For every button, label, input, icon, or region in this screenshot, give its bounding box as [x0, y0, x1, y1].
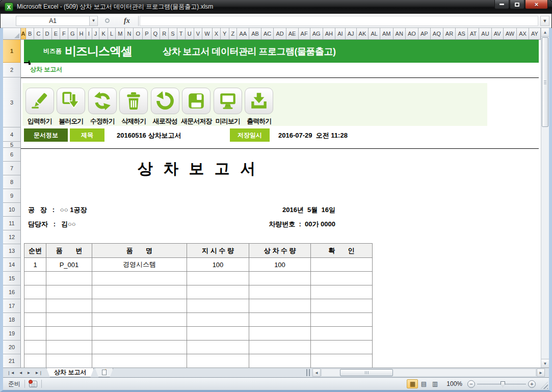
table-cell-1-5[interactable]	[311, 272, 373, 285]
column-header-AF[interactable]: AF	[299, 28, 310, 39]
table-cell-6-5[interactable]	[311, 341, 373, 354]
save-as-button[interactable]: 새문서저장	[181, 88, 213, 126]
table-cell-0-2[interactable]: 경영시스템	[92, 258, 187, 272]
column-header-Q[interactable]: Q	[151, 28, 161, 39]
table-cell-6-3[interactable]	[187, 341, 249, 354]
row-header-4[interactable]: 4	[3, 127, 20, 142]
table-cell-3-5[interactable]	[311, 299, 373, 313]
column-header-AJ[interactable]: AJ	[346, 28, 357, 39]
preview-button[interactable]: 미리보기	[212, 88, 244, 126]
edit-button[interactable]: 수정하기	[87, 88, 118, 126]
column-header-C[interactable]: C	[34, 28, 43, 39]
insert-worksheet-tab[interactable]: *	[95, 368, 113, 377]
table-cell-4-0[interactable]	[24, 313, 46, 327]
column-header-G[interactable]: G	[68, 28, 77, 39]
table-cell-2-3[interactable]	[187, 285, 249, 299]
minimize-button[interactable]	[494, 0, 509, 9]
zoom-slider-thumb[interactable]	[501, 381, 505, 387]
table-cell-4-3[interactable]	[187, 313, 249, 327]
name-box[interactable]: A1	[16, 16, 90, 26]
column-header-AS[interactable]: AS	[456, 28, 468, 39]
column-header-Z[interactable]: Z	[229, 28, 238, 39]
column-header-AD[interactable]: AD	[274, 28, 286, 39]
table-cell-7-3[interactable]	[187, 354, 249, 368]
table-cell-0-5[interactable]	[311, 258, 373, 272]
table-cell-0-3[interactable]: 100	[187, 258, 249, 272]
input-button[interactable]: 입력하기	[24, 88, 56, 126]
horizontal-scroll-thumb[interactable]	[340, 369, 393, 376]
table-cell-4-2[interactable]	[92, 313, 187, 327]
column-header-AK[interactable]: AK	[357, 28, 369, 39]
table-cell-7-2[interactable]	[92, 354, 187, 368]
table-cell-5-2[interactable]	[92, 327, 187, 341]
close-button[interactable]: ×	[525, 0, 548, 9]
column-header-AT[interactable]: AT	[468, 28, 479, 39]
row-header-20[interactable]: 20	[3, 341, 20, 354]
row-header-5[interactable]: 5	[3, 142, 20, 148]
table-cell-7-1[interactable]	[46, 354, 92, 368]
table-cell-3-1[interactable]	[46, 299, 92, 313]
table-cell-0-4[interactable]: 100	[249, 258, 311, 272]
zoom-slider[interactable]	[477, 384, 526, 384]
column-header-AG[interactable]: AG	[310, 28, 323, 39]
column-header-H[interactable]: H	[77, 28, 86, 39]
formula-input[interactable]	[140, 16, 538, 26]
view-normal-button[interactable]: ▦	[407, 379, 418, 388]
table-cell-6-4[interactable]	[249, 341, 311, 354]
prev-sheet-icon[interactable]: ◄	[17, 371, 25, 375]
table-cell-7-4[interactable]	[249, 354, 311, 368]
view-page-layout-button[interactable]: ▤	[418, 379, 429, 388]
column-header-AM[interactable]: AM	[380, 28, 393, 39]
table-cell-1-0[interactable]	[24, 272, 46, 285]
view-page-break-button[interactable]: ▥	[429, 379, 440, 388]
column-header-D[interactable]: D	[43, 28, 52, 39]
table-cell-1-1[interactable]	[46, 272, 92, 285]
formula-bar-expand[interactable]: ▼	[540, 16, 549, 26]
zoom-in-button[interactable]: +	[528, 380, 536, 388]
row-header-3[interactable]: 3	[3, 77, 20, 127]
row-header-11[interactable]: 11	[3, 217, 20, 230]
next-sheet-icon[interactable]: ►	[25, 371, 33, 375]
column-header-AN[interactable]: AN	[393, 28, 406, 39]
sheet-tab-active[interactable]: 상차 보고서	[46, 368, 94, 377]
row-header-15[interactable]: 15	[3, 272, 20, 285]
scroll-right-icon[interactable]: ►	[537, 369, 545, 377]
table-cell-2-2[interactable]	[92, 285, 187, 299]
table-cell-6-2[interactable]	[92, 341, 187, 354]
table-cell-6-1[interactable]	[46, 341, 92, 354]
table-cell-5-3[interactable]	[187, 327, 249, 341]
column-header-R[interactable]: R	[160, 28, 169, 39]
name-box-dropdown[interactable]: ▼	[90, 16, 98, 26]
a1-fill-handle[interactable]	[29, 63, 31, 65]
tab-split-handle[interactable]	[306, 369, 310, 376]
table-cell-1-4[interactable]	[249, 272, 311, 285]
row-header-1[interactable]: 1	[3, 40, 20, 63]
row-header-14[interactable]: 14	[3, 258, 20, 272]
table-cell-2-1[interactable]	[46, 285, 92, 299]
first-sheet-icon[interactable]: ❘◄	[5, 371, 17, 375]
column-header-A[interactable]: A	[21, 28, 26, 39]
table-cell-1-3[interactable]	[187, 272, 249, 285]
column-header-O[interactable]: O	[134, 28, 143, 39]
row-header-8[interactable]: 8	[3, 175, 20, 189]
table-cell-6-0[interactable]	[24, 341, 46, 354]
row-header-12[interactable]: 12	[3, 230, 20, 244]
column-header-I[interactable]: I	[86, 28, 92, 39]
table-cell-5-5[interactable]	[311, 327, 373, 341]
table-cell-3-4[interactable]	[249, 299, 311, 313]
column-header-V[interactable]: V	[194, 28, 202, 39]
delete-button[interactable]: 삭제하기	[118, 88, 150, 126]
row-header-7[interactable]: 7	[3, 162, 20, 175]
row-header-13[interactable]: 13	[3, 244, 20, 258]
column-header-AQ[interactable]: AQ	[431, 28, 443, 39]
row-header-18[interactable]: 18	[3, 313, 20, 327]
column-header-F[interactable]: F	[60, 28, 68, 39]
column-header-B[interactable]: B	[26, 28, 34, 39]
zoom-out-button[interactable]: −	[467, 380, 475, 388]
vertical-scrollbar[interactable]: ▲ ▼	[541, 28, 549, 368]
resize-grip[interactable]	[541, 382, 548, 389]
table-cell-2-5[interactable]	[311, 285, 373, 299]
sheet-nav-link[interactable]: 상차 보고서	[30, 65, 62, 74]
row-header-6[interactable]: 6	[3, 148, 20, 162]
table-cell-5-4[interactable]	[249, 327, 311, 341]
